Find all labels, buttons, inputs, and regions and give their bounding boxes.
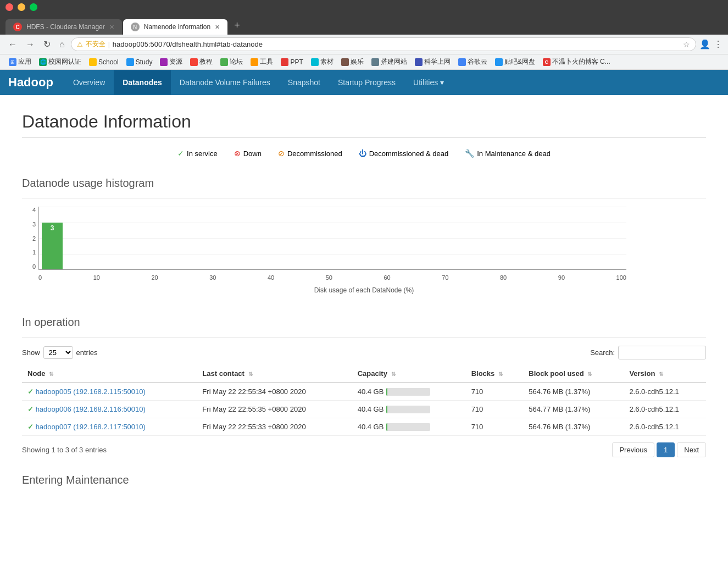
in-service-icon: ✓ xyxy=(177,149,184,158)
table-body: ✓ hadoop005 (192.168.2.115:50010) Fri Ma… xyxy=(22,383,706,436)
nav-snapshot[interactable]: Snapshot xyxy=(279,70,329,95)
bookmark-study[interactable]: Study xyxy=(123,57,156,67)
bookmark-ppt[interactable]: PPT xyxy=(277,57,306,67)
nav-utilities[interactable]: Utilities ▾ xyxy=(404,70,453,95)
node-status-icon: ✓ xyxy=(27,423,34,431)
pagination: Showing 1 to 3 of 3 entries Previous 1 N… xyxy=(22,442,706,457)
bookmark-tieba-label: 贴吧&网盘 xyxy=(504,57,535,67)
col-block-pool[interactable]: Block pool used ⇅ xyxy=(523,365,624,383)
address-bar[interactable]: ⚠ 不安全 | hadoop005:50070/dfshealth.html#t… xyxy=(71,37,696,51)
in-operation-divider xyxy=(22,337,706,337)
bookmark-tools[interactable]: 工具 xyxy=(247,56,276,68)
bookmark-science-label: 科学上网 xyxy=(424,57,451,67)
col-last-contact[interactable]: Last contact ⇅ xyxy=(197,365,352,383)
previous-button[interactable]: Previous xyxy=(612,442,654,457)
status-decommissioned: ⊘ Decommissioned xyxy=(278,149,342,158)
cell-block-pool: 564.76 MB (1.37%) xyxy=(523,418,624,436)
capacity-bar xyxy=(386,423,430,431)
win-close-btn[interactable] xyxy=(5,3,13,11)
bookmark-entertainment[interactable]: 娱乐 xyxy=(338,56,367,68)
bookmark-study-label: Study xyxy=(136,58,153,66)
bookmark-ppt-label: PPT xyxy=(290,58,303,66)
study-favicon xyxy=(126,58,134,66)
page-controls: Previous 1 Next xyxy=(612,442,706,457)
profile-icon[interactable]: 👤 xyxy=(699,39,710,49)
lock-icon: ⚠ xyxy=(77,41,83,48)
decommissioned-dead-icon: ⏻ xyxy=(359,149,366,158)
node-link[interactable]: hadoop006 (192.168.2.116:50010) xyxy=(36,405,146,413)
school-favicon xyxy=(89,58,97,66)
nav-datanodes[interactable]: Datanodes xyxy=(114,70,171,95)
col-version[interactable]: Version ⇅ xyxy=(624,365,706,383)
sort-pool-icon: ⇅ xyxy=(587,371,592,377)
forward-button[interactable]: → xyxy=(23,38,37,51)
home-button[interactable]: ⌂ xyxy=(57,38,68,51)
histogram-bar: 3 xyxy=(42,223,63,270)
bookmark-apps[interactable]: ⊞ 应用 xyxy=(5,56,35,68)
table-controls: Show 10 25 50 100 entries Search: xyxy=(22,346,706,359)
sort-node-icon: ⇅ xyxy=(49,371,53,377)
bookmark-tutorial[interactable]: 教程 xyxy=(187,56,216,68)
bookmark-website[interactable]: 搭建网站 xyxy=(368,56,410,68)
bookmark-tieba[interactable]: 贴吧&网盘 xyxy=(492,56,538,68)
col-capacity[interactable]: Capacity ⇅ xyxy=(352,365,466,383)
bookmark-science[interactable]: 科学上网 xyxy=(412,56,454,68)
science-favicon xyxy=(415,58,423,66)
status-maintenance-dead: 🔧 In Maintenance & dead xyxy=(465,149,551,158)
refresh-button[interactable]: ↻ xyxy=(41,38,53,51)
tab-namenode[interactable]: N Namenode information ✕ xyxy=(123,19,227,35)
col-node[interactable]: Node ⇅ xyxy=(22,365,197,383)
table-header-row: Node ⇅ Last contact ⇅ Capacity ⇅ Blocks … xyxy=(22,365,706,383)
title-divider xyxy=(22,137,706,138)
back-button[interactable]: ← xyxy=(5,38,20,51)
cell-blocks: 710 xyxy=(466,383,524,401)
bookmark-blog[interactable]: C 不温卜火的博客 C... xyxy=(540,56,614,68)
cell-last-contact: Fri May 22 22:55:33 +0800 2020 xyxy=(197,418,352,436)
bookmark-star-icon[interactable]: ☆ xyxy=(683,40,690,49)
cell-blocks: 710 xyxy=(466,418,524,436)
bookmark-resources[interactable]: 资源 xyxy=(157,56,186,68)
bookmark-material[interactable]: 素材 xyxy=(308,56,337,68)
nav-startup-progress[interactable]: Startup Progress xyxy=(329,70,404,95)
histogram-title: Datanode usage histogram xyxy=(22,177,706,190)
bookmark-google[interactable]: 谷歌云 xyxy=(455,56,491,68)
nav-overview[interactable]: Overview xyxy=(64,70,114,95)
bookmark-auth[interactable]: 🌐 校园网认证 xyxy=(36,56,85,68)
tab-namenode-label: Namenode information xyxy=(144,23,210,31)
bookmark-school[interactable]: School xyxy=(86,57,122,67)
show-select[interactable]: 10 25 50 100 xyxy=(43,346,73,359)
cell-version: 2.6.0-cdh5.12.1 xyxy=(624,418,706,436)
win-max-btn[interactable] xyxy=(30,3,37,11)
tab-namenode-close[interactable]: ✕ xyxy=(215,24,220,31)
maintenance-dead-label: In Maintenance & dead xyxy=(477,149,551,158)
cell-last-contact: Fri May 22 22:55:34 +0800 2020 xyxy=(197,383,352,401)
bookmark-resources-label: 资源 xyxy=(169,57,182,67)
histogram-plot: 3 xyxy=(38,207,626,270)
datanode-table: Node ⇅ Last contact ⇅ Capacity ⇅ Blocks … xyxy=(22,365,706,436)
extensions-icon[interactable]: ⋮ xyxy=(714,39,723,49)
nav-volume-failures[interactable]: Datanode Volume Failures xyxy=(171,70,279,95)
tab-hdfs-close[interactable]: ✕ xyxy=(109,24,114,31)
status-in-service: ✓ In service xyxy=(177,149,218,158)
bookmark-website-label: 搭建网站 xyxy=(381,57,407,67)
next-button[interactable]: Next xyxy=(677,442,706,457)
page-1-button[interactable]: 1 xyxy=(657,442,675,457)
node-link[interactable]: hadoop007 (192.168.2.117:50010) xyxy=(36,423,146,431)
bookmarks-bar: ⊞ 应用 🌐 校园网认证 School Study 资源 教程 论坛 xyxy=(0,54,728,70)
new-tab-button[interactable]: + xyxy=(229,16,246,35)
browser-titlebar xyxy=(0,0,728,14)
table-row: ✓ hadoop005 (192.168.2.115:50010) Fri Ma… xyxy=(22,383,706,401)
capacity-bar xyxy=(386,406,430,413)
search-input[interactable] xyxy=(618,346,706,359)
win-min-btn[interactable] xyxy=(18,3,25,11)
forum-favicon xyxy=(220,58,228,66)
col-blocks[interactable]: Blocks ⇅ xyxy=(466,365,524,383)
entries-label: entries xyxy=(76,348,98,357)
status-legend: ✓ In service ⊗ Down ⊘ Decommissioned ⏻ D… xyxy=(22,149,706,158)
tab-hdfs[interactable]: C HDFS - Cloudera Manager ✕ xyxy=(5,19,122,35)
node-link[interactable]: hadoop005 (192.168.2.115:50010) xyxy=(36,387,146,396)
in-service-label: In service xyxy=(187,149,218,158)
bookmark-forum[interactable]: 论坛 xyxy=(217,56,246,68)
entertainment-favicon xyxy=(341,58,349,66)
sort-capacity-icon: ⇅ xyxy=(391,371,396,377)
